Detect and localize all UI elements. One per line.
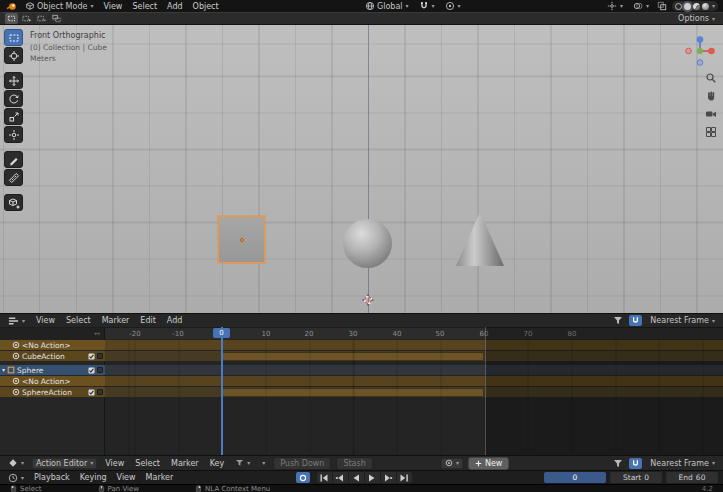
tool-select-box[interactable] bbox=[4, 29, 23, 46]
tl-menu-view[interactable]: View bbox=[114, 473, 139, 482]
checkbox-checked-icon[interactable] bbox=[88, 367, 95, 374]
3d-cursor[interactable] bbox=[362, 294, 374, 306]
tool-transform[interactable] bbox=[4, 126, 23, 143]
ae-menu-select[interactable]: Select bbox=[132, 459, 163, 468]
select-mode-set-icon[interactable] bbox=[5, 13, 18, 24]
nla-snap-mode-dropdown[interactable]: Nearest Frame ▾ bbox=[647, 316, 718, 325]
select-mode-subtract-icon[interactable] bbox=[35, 13, 48, 24]
editor-type-dropdown[interactable]: ▾ bbox=[5, 473, 27, 483]
previous-keyframe-button[interactable] bbox=[333, 472, 348, 483]
nla-track-row[interactable] bbox=[105, 365, 723, 375]
nla-strip-area[interactable] bbox=[105, 339, 723, 455]
ae-menu-key[interactable]: Key bbox=[207, 459, 228, 468]
ae-menu-view[interactable]: View bbox=[102, 459, 127, 468]
snap-toggle-icon[interactable] bbox=[629, 458, 642, 469]
current-frame-badge[interactable]: 0 bbox=[213, 328, 230, 338]
channel-row[interactable]: CubeAction bbox=[0, 351, 105, 361]
pin-icon[interactable] bbox=[97, 367, 103, 373]
checkbox-checked-icon[interactable] bbox=[88, 389, 95, 396]
channel-row[interactable]: SphereAction bbox=[0, 387, 105, 397]
browse-action-dropdown[interactable]: ▾ bbox=[441, 458, 463, 469]
tool-annotate[interactable] bbox=[4, 151, 23, 168]
options-dropdown[interactable]: Options ▾ bbox=[675, 14, 718, 23]
tool-cursor[interactable] bbox=[4, 47, 23, 64]
shading-solid-icon[interactable] bbox=[684, 3, 691, 10]
toggle-xray-icon[interactable] bbox=[656, 1, 668, 11]
editor-mode-dropdown[interactable]: Action Editor ▾ bbox=[32, 458, 97, 469]
menu-object[interactable]: Object bbox=[190, 2, 222, 11]
play-reverse-button[interactable] bbox=[349, 472, 364, 483]
mode-dropdown[interactable]: Object Mode ▾ bbox=[22, 1, 96, 11]
axis-gizmo[interactable] bbox=[684, 35, 716, 67]
zoom-icon[interactable] bbox=[703, 71, 718, 85]
expander-icon[interactable]: ▾ bbox=[2, 367, 5, 373]
tl-menu-keying[interactable]: Keying bbox=[77, 473, 110, 482]
tool-scale[interactable] bbox=[4, 108, 23, 125]
menu-select[interactable]: Select bbox=[129, 2, 160, 11]
pan-hand-icon[interactable] bbox=[703, 89, 718, 103]
nla-track-row[interactable] bbox=[105, 387, 723, 397]
nla-menu-view[interactable]: View bbox=[33, 316, 58, 325]
stash-button[interactable]: Stash bbox=[336, 457, 372, 470]
cone-object[interactable] bbox=[455, 211, 505, 268]
nla-strip-sphere-action[interactable] bbox=[222, 388, 484, 397]
nla-track-row[interactable] bbox=[105, 376, 723, 386]
next-keyframe-button[interactable] bbox=[381, 472, 396, 483]
camera-view-icon[interactable] bbox=[703, 107, 718, 121]
nla-menu-select[interactable]: Select bbox=[63, 316, 94, 325]
nla-time-ruler[interactable]: -20 -10 10 20 30 40 50 60 70 80 ↔ bbox=[0, 327, 723, 339]
play-button[interactable] bbox=[365, 472, 380, 483]
menu-add[interactable]: Add bbox=[164, 2, 186, 11]
current-frame-field[interactable]: 0 bbox=[544, 472, 606, 483]
shading-material-icon[interactable] bbox=[693, 3, 700, 10]
checkbox-checked-icon[interactable] bbox=[88, 353, 95, 360]
filter-funnel-icon[interactable] bbox=[612, 316, 624, 325]
show-overlays-dropdown[interactable]: ▾ bbox=[630, 1, 652, 11]
proportional-edit-dropdown[interactable]: ▾ bbox=[442, 1, 464, 11]
viewport-3d[interactable]: Front Orthographic (0) Collection | Cube… bbox=[0, 25, 723, 313]
ae-menu-marker[interactable]: Marker bbox=[168, 459, 202, 468]
new-action-button[interactable]: New bbox=[468, 457, 509, 470]
select-mode-intersect-icon[interactable] bbox=[50, 13, 63, 24]
sphere-object[interactable] bbox=[343, 219, 392, 268]
menu-view[interactable]: View bbox=[100, 2, 125, 11]
nla-track-row[interactable] bbox=[105, 351, 723, 361]
channel-options-dropdown[interactable]: ▾ bbox=[258, 460, 268, 466]
tl-menu-playback[interactable]: Playback bbox=[31, 473, 73, 482]
tl-menu-marker[interactable]: Marker bbox=[143, 473, 177, 482]
ae-snap-mode-dropdown[interactable]: Nearest Frame ▾ bbox=[647, 459, 718, 468]
pin-icon[interactable] bbox=[97, 389, 103, 395]
jump-to-start-button[interactable] bbox=[317, 472, 332, 483]
ortho-toggle-icon[interactable] bbox=[703, 125, 718, 139]
nla-menu-marker[interactable]: Marker bbox=[99, 316, 133, 325]
tool-measure[interactable] bbox=[4, 169, 23, 186]
blender-logo-icon[interactable] bbox=[5, 1, 18, 12]
channel-row-selected[interactable]: ▾ Sphere bbox=[0, 365, 105, 375]
select-mode-extend-icon[interactable] bbox=[20, 13, 33, 24]
push-down-button[interactable]: Push Down bbox=[273, 457, 331, 470]
shading-wireframe-icon[interactable] bbox=[675, 3, 682, 10]
playhead[interactable] bbox=[221, 327, 223, 455]
tool-rotate[interactable] bbox=[4, 90, 23, 107]
tool-add-cube[interactable] bbox=[4, 194, 23, 211]
snap-toggle-icon[interactable] bbox=[629, 315, 642, 326]
tool-move[interactable] bbox=[4, 72, 23, 89]
cube-object[interactable] bbox=[218, 216, 265, 263]
frame-end-field[interactable]: End 60 bbox=[666, 472, 718, 483]
editor-type-dropdown[interactable]: ▾ bbox=[5, 316, 28, 326]
channel-row[interactable]: <No Action> bbox=[0, 376, 105, 386]
show-gizmo-dropdown[interactable]: ▾ bbox=[604, 1, 626, 11]
dopesheet-filter-dropdown[interactable]: ▾ bbox=[232, 459, 253, 467]
editor-type-dropdown[interactable]: ▾ bbox=[5, 458, 27, 468]
channels-scrollbar-icon[interactable]: ↔ bbox=[94, 330, 100, 338]
nla-menu-add[interactable]: Add bbox=[164, 316, 186, 325]
frame-start-field[interactable]: Start 0 bbox=[610, 472, 662, 483]
snap-dropdown[interactable]: ▾ bbox=[416, 1, 438, 11]
filter-funnel-icon[interactable] bbox=[612, 459, 624, 468]
nla-menu-edit[interactable]: Edit bbox=[137, 316, 159, 325]
jump-to-end-button[interactable] bbox=[397, 472, 412, 483]
nla-strip-cube-action[interactable] bbox=[222, 352, 484, 361]
shading-rendered-icon[interactable] bbox=[702, 3, 709, 10]
orientation-dropdown[interactable]: Global ▾ bbox=[362, 1, 412, 11]
channel-row[interactable]: <No Action> bbox=[0, 340, 105, 350]
